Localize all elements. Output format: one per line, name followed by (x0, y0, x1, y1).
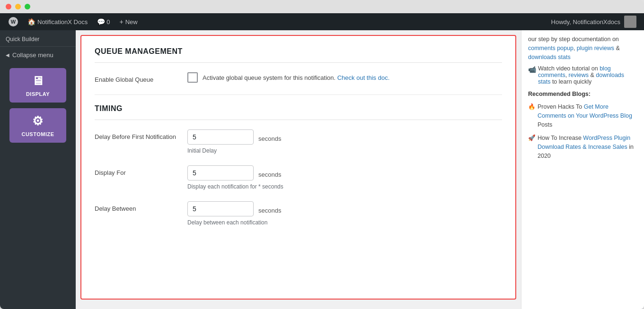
delay-before-row: Delay Before First Notification seconds … (95, 129, 502, 154)
comments-count: 0 (106, 18, 110, 26)
display-for-row: Display For seconds Display each notific… (95, 165, 502, 190)
layout: Quick Builder ◀ Collapse menu 🖥 DISPLAY … (0, 30, 644, 309)
delay-before-label: Delay Before First Notification (95, 129, 180, 140)
display-for-unit: seconds (258, 168, 281, 178)
new-label: New (125, 18, 138, 26)
main-content: QUEUE MANAGEMENT Enable Global Queue Act… (76, 30, 644, 309)
plus-icon: + (119, 18, 123, 26)
delay-between-hint: Delay between each notification (187, 219, 281, 226)
quick-builder-label: Quick Builder (0, 32, 76, 47)
customize-icon: ⚙ (32, 114, 44, 129)
delay-between-input-wrap: seconds Delay between each notification (187, 201, 281, 226)
wp-admin-bar: W 🏠 NotificationX Docs 💬 0 + New Howdy, … (0, 13, 644, 30)
downloads-stats-link[interactable]: downloads stats (528, 54, 571, 60)
collapse-menu-label: Collapse menu (12, 52, 53, 59)
intro-text: our step by step documentation on commen… (528, 35, 637, 61)
display-for-input-wrap: seconds Display each notification for * … (187, 165, 283, 190)
comment-icon: 💬 (97, 18, 105, 26)
recommended-heading: Recommended Blogs: (528, 90, 637, 99)
delay-between-row: Delay Between seconds Delay between each… (95, 201, 502, 226)
display-icon: 🖥 (32, 74, 44, 88)
delay-between-input[interactable] (187, 201, 254, 216)
enable-global-queue-inline: Activate global queue system for this no… (187, 72, 389, 83)
fire-icon: 🔥 (528, 103, 536, 112)
minimize-button[interactable] (15, 4, 21, 9)
site-name-label: NotificationX Docs (37, 18, 88, 26)
delay-before-unit: seconds (258, 132, 281, 142)
form-area: QUEUE MANAGEMENT Enable Global Queue Act… (76, 30, 521, 309)
home-icon: 🏠 (27, 18, 35, 26)
enable-global-queue-text: Activate global queue system for this no… (203, 74, 389, 81)
comment-bubble: 💬 0 (97, 18, 110, 26)
comments-item[interactable]: 💬 0 (92, 13, 115, 30)
delay-between-label: Delay Between (95, 201, 180, 212)
maximize-button[interactable] (25, 4, 30, 9)
plugin-reviews-link[interactable]: plugin reviews (577, 45, 614, 52)
collapse-menu-button[interactable]: ◀ Collapse menu (0, 47, 76, 63)
enable-global-queue-label: Enable Global Queue (95, 72, 180, 83)
sidebar-nav: 🖥 DISPLAY ⚙ CUSTOMIZE (0, 63, 76, 143)
sidebar-item-display[interactable]: 🖥 DISPLAY (9, 68, 66, 103)
delay-before-hint: Initial Delay (187, 147, 281, 154)
rocket-icon: 🚀 (528, 134, 536, 143)
display-for-label: Display For (95, 165, 180, 176)
reviews-link[interactable]: reviews (569, 72, 589, 78)
comments-popup-link[interactable]: comments popup (528, 45, 573, 52)
delay-between-unit: seconds (258, 204, 281, 214)
display-label: DISPLAY (26, 91, 50, 97)
timing-section-title: TIMING (95, 104, 502, 120)
sidebar-item-customize[interactable]: ⚙ CUSTOMIZE (9, 108, 66, 143)
enable-global-queue-row: Enable Global Queue Activate global queu… (95, 72, 502, 83)
queue-section-title: QUEUE MANAGEMENT (95, 47, 502, 63)
close-button[interactable] (6, 4, 11, 9)
admin-bar-right: Howdy, NotificationXdocs (547, 16, 640, 28)
check-out-doc-link[interactable]: Check out this doc. (337, 74, 390, 81)
display-for-inline: seconds (187, 165, 283, 180)
delay-before-input-wrap: seconds Initial Delay (187, 129, 281, 154)
avatar (624, 16, 636, 28)
enable-global-queue-input-wrap: Activate global queue system for this no… (187, 72, 389, 83)
delay-before-inline: seconds (187, 129, 281, 145)
howdy-text: Howdy, NotificationXdocs (547, 18, 624, 26)
display-for-hint: Display each notification for * seconds (187, 183, 283, 190)
delay-before-input[interactable] (187, 129, 254, 145)
blog-item-2: 🚀 How To Increase WordPress Plugin Downl… (528, 134, 637, 160)
display-for-input[interactable] (187, 165, 254, 180)
video-icon: 📹 (528, 66, 536, 73)
enable-global-queue-checkbox[interactable] (187, 72, 198, 83)
title-bar (0, 0, 644, 13)
right-sidebar: our step by step documentation on commen… (521, 30, 644, 309)
sidebar: Quick Builder ◀ Collapse menu 🖥 DISPLAY … (0, 30, 76, 309)
delay-between-inline: seconds (187, 201, 281, 216)
video-row: 📹 Watch video tutorial on blog comments,… (528, 65, 637, 85)
wp-logo-item[interactable]: W (4, 13, 23, 30)
collapse-arrow-icon: ◀ (6, 52, 9, 58)
form-panel: QUEUE MANAGEMENT Enable Global Queue Act… (80, 35, 516, 300)
site-name-item[interactable]: 🏠 NotificationX Docs (23, 13, 92, 30)
section-divider (95, 94, 502, 95)
wp-logo-icon: W (9, 17, 18, 26)
customize-label: CUSTOMIZE (21, 131, 54, 137)
blog-item-1: 🔥 Proven Hacks To Get More Comments on Y… (528, 103, 637, 129)
window: W 🏠 NotificationX Docs 💬 0 + New Howdy, … (0, 0, 644, 309)
new-item[interactable]: + New (115, 13, 142, 30)
